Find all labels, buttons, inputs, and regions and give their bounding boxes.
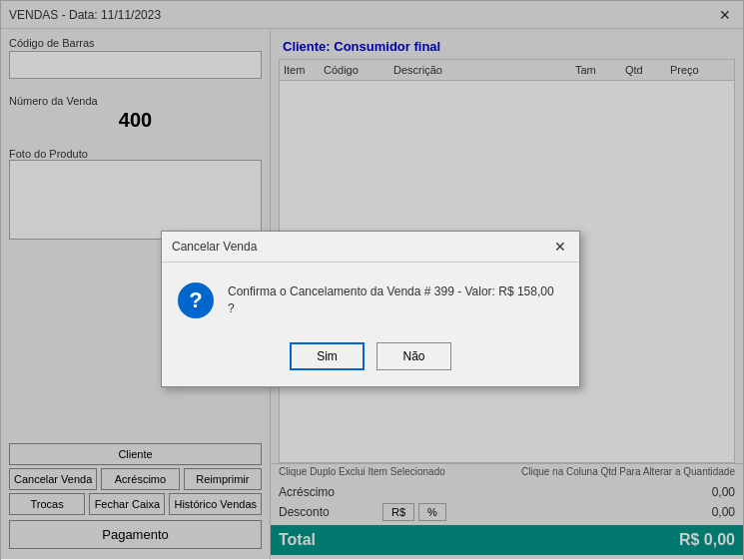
dialog-close-button[interactable]: ✕	[551, 238, 569, 256]
dialog-title-bar: Cancelar Venda ✕	[162, 232, 579, 263]
dialog-message: Confirma o Cancelamento da Venda # 399 -…	[228, 283, 563, 317]
dialog-title: Cancelar Venda	[172, 240, 257, 254]
dialog-buttons: Sim Não	[162, 334, 579, 386]
dialog-sim-button[interactable]: Sim	[290, 342, 365, 370]
main-window: VENDAS - Data: 11/11/2023 ✕ Código de Ba…	[0, 0, 744, 560]
dialog-question-icon: ?	[178, 282, 214, 318]
dialog-body: ? Confirma o Cancelamento da Venda # 399…	[162, 263, 579, 334]
cancel-sale-dialog: Cancelar Venda ✕ ? Confirma o Cancelamen…	[161, 231, 580, 387]
dialog-nao-button[interactable]: Não	[376, 342, 451, 370]
